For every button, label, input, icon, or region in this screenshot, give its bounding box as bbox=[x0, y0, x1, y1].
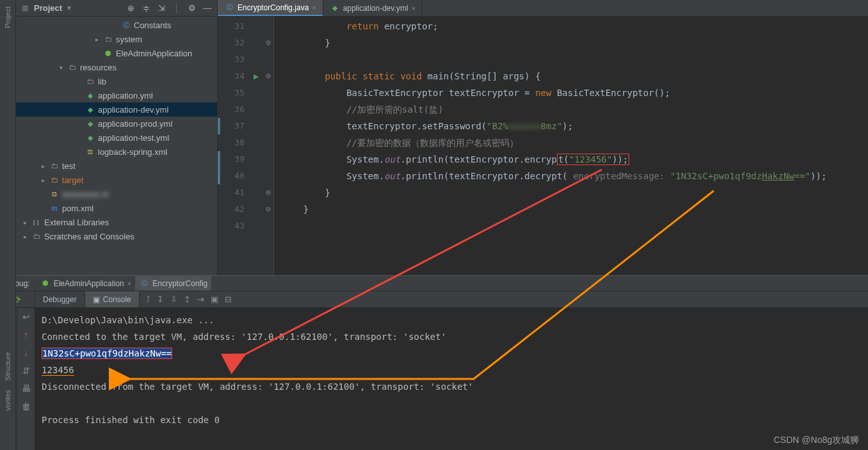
expand-icon[interactable]: ⇲ bbox=[156, 3, 167, 14]
tree-label: application-dev.yml bbox=[98, 105, 168, 115]
spring-icon: ⬢ bbox=[103, 48, 113, 58]
console-line[interactable] bbox=[42, 395, 862, 412]
tree-row[interactable]: ⫿⫿External Libraries bbox=[16, 215, 217, 229]
debug-tool-row: ⟳ Debugger▣Console ⤴ ↧ ⇩ ↥ ⇥ ▣ ⊟ bbox=[0, 291, 868, 308]
tree-row[interactable]: ⒸConstants bbox=[16, 18, 217, 32]
print-icon[interactable]: 🖶 bbox=[22, 383, 31, 394]
close-icon[interactable]: × bbox=[312, 4, 316, 12]
down-stack-icon[interactable]: ↓ bbox=[24, 348, 28, 358]
tree-arrow-icon[interactable] bbox=[39, 163, 47, 170]
code-line[interactable]: public static void main(String[] args) { bbox=[282, 68, 868, 84]
console-line[interactable]: 123456 bbox=[42, 362, 862, 378]
code-line[interactable]: return encryptor; bbox=[282, 18, 868, 35]
step-out-icon[interactable]: ↥ bbox=[184, 294, 191, 304]
tree-row[interactable]: 🗀target bbox=[16, 173, 217, 187]
code-line[interactable]: System.out.println(textEncryptor.decrypt… bbox=[282, 168, 868, 184]
folder-orange-icon: 🗀 bbox=[49, 175, 60, 185]
editor-tab[interactable]: ⒸEncryptorConfig.java× bbox=[218, 0, 323, 16]
tree-row[interactable]: 🗀lib bbox=[16, 74, 217, 88]
tree-arrow-icon[interactable] bbox=[93, 36, 100, 43]
tree-row[interactable]: 🗀system bbox=[16, 32, 217, 46]
tree-row[interactable]: 🗀resources bbox=[16, 60, 217, 74]
close-icon[interactable]: × bbox=[127, 280, 131, 287]
tree-row[interactable]: mpom.xml bbox=[16, 201, 217, 215]
tree-arrow-icon[interactable] bbox=[57, 64, 65, 71]
code-line[interactable]: BasicTextEncryptor textEncryptor = new B… bbox=[282, 84, 868, 101]
debugger-tabs[interactable]: Debugger▣Console bbox=[35, 291, 140, 307]
code-line[interactable]: //要加密的数据（数据库的用户名或密码） bbox=[282, 134, 868, 151]
tree-row[interactable]: ⬢EleAdminApplication bbox=[16, 46, 217, 60]
sidebar-title[interactable]: Project bbox=[34, 3, 62, 13]
editor-tab[interactable]: ◆application-dev.yml× bbox=[323, 0, 422, 16]
step-over-icon[interactable]: ⤴ bbox=[146, 294, 150, 304]
code-editor[interactable]: 31323334353637383940414243 ▶ ⊖ ⊖ ⊖⊖ retu… bbox=[218, 17, 868, 275]
scroll-end-icon[interactable]: ⇵ bbox=[22, 366, 30, 376]
console-line[interactable]: 1N32sC+pwo1qf9dzHakzNw== bbox=[42, 345, 862, 362]
editor-tabs[interactable]: ⒸEncryptorConfig.java×◆application-dev.y… bbox=[218, 0, 868, 17]
tree-label: application.yml bbox=[98, 91, 153, 100]
tree-row[interactable]: ⧉logback-spring.xml bbox=[16, 145, 217, 159]
run-gutter[interactable]: ▶ bbox=[250, 17, 262, 275]
gear-icon[interactable]: ⚙ bbox=[186, 3, 198, 14]
run-config-label: EncryptorConfig bbox=[152, 279, 207, 288]
close-icon[interactable]: × bbox=[412, 4, 415, 12]
tree-row[interactable]: ◆application.yml bbox=[16, 88, 217, 102]
code-line[interactable] bbox=[282, 51, 868, 68]
editor-area: ⒸEncryptorConfig.java×◆application-dev.y… bbox=[218, 0, 868, 275]
structure-tool-label[interactable]: Structure bbox=[4, 352, 12, 381]
class-icon: Ⓒ bbox=[224, 3, 234, 13]
tree-row[interactable]: 🗀test bbox=[16, 159, 217, 173]
code-line[interactable]: } bbox=[282, 184, 868, 201]
tree-row[interactable]: 🗀Scratches and Consoles bbox=[16, 229, 217, 243]
tree-arrow-icon[interactable] bbox=[39, 177, 47, 184]
tree-arrow-icon[interactable] bbox=[21, 219, 29, 226]
tree-row[interactable]: ◆application-test.yml bbox=[16, 131, 217, 145]
tree-label: logback-spring.xml bbox=[98, 147, 167, 157]
console-line[interactable]: Process finished with exit code 0 bbox=[42, 412, 862, 428]
debug-tab-console[interactable]: ▣Console bbox=[85, 291, 140, 307]
code-line[interactable]: //加密所需的salt(盐) bbox=[282, 101, 868, 118]
project-tree[interactable]: ⒸConstants🗀system⬢EleAdminApplication🗀re… bbox=[16, 17, 217, 275]
tree-label: External Libraries bbox=[44, 218, 109, 227]
tree-row[interactable]: ◆application-dev.yml bbox=[16, 102, 217, 117]
tree-arrow-icon[interactable] bbox=[21, 233, 29, 240]
code-line[interactable]: System.out.println(textEncryptor.encrypt… bbox=[282, 151, 868, 168]
tree-row[interactable]: ⧉xxxxxxxxx.nl bbox=[16, 187, 217, 201]
console-line[interactable]: D:\Develop\Java\bin\java.exe ... bbox=[42, 312, 862, 328]
clear-icon[interactable]: 🗑 bbox=[22, 401, 31, 412]
chevron-down-icon[interactable]: ▼ bbox=[66, 4, 72, 12]
run-to-cursor-icon[interactable]: ⇥ bbox=[197, 294, 204, 304]
debug-step-toolbar: ⤴ ↧ ⇩ ↥ ⇥ ▣ ⊟ bbox=[140, 294, 238, 304]
force-step-icon[interactable]: ⇩ bbox=[170, 294, 177, 304]
minimize-icon[interactable]: — bbox=[202, 3, 213, 14]
project-sidebar: ▥ Project ▼ ⊕ ≑ ⇲ │ ⚙ — ⒸConstants🗀syste… bbox=[16, 0, 218, 275]
folder-icon: 🗀 bbox=[103, 34, 113, 44]
debug-tab-debugger[interactable]: Debugger bbox=[35, 291, 85, 307]
soft-wrap-icon[interactable]: ↩ bbox=[22, 312, 30, 322]
eval-icon[interactable]: ⊟ bbox=[225, 294, 232, 304]
code-line[interactable]: textEncryptor.setPassword("B2%xxxxxx8mz"… bbox=[282, 118, 868, 134]
collapse-icon[interactable]: ≑ bbox=[140, 3, 152, 14]
favorites-tool-label[interactable]: vorites bbox=[4, 390, 12, 410]
code-line[interactable] bbox=[282, 218, 868, 234]
up-stack-icon[interactable]: ↑ bbox=[24, 330, 28, 340]
run-config-tab[interactable]: ⒸEncryptorConfig bbox=[135, 276, 211, 291]
console-area: 🔧 ▷ ❚❚ ■ ● ⊘ ↩ ↑ ↓ ⇵ 🖶 🗑 D:\Develop\Java… bbox=[0, 308, 868, 450]
step-into-icon[interactable]: ↧ bbox=[157, 294, 164, 304]
console-line[interactable]: Disconnected from the target VM, address… bbox=[42, 378, 862, 395]
drop-frame-icon[interactable]: ▣ bbox=[211, 294, 218, 304]
locate-icon[interactable]: ⊕ bbox=[125, 3, 136, 14]
folder-icon: 🗀 bbox=[67, 62, 77, 72]
code-line[interactable]: } bbox=[282, 35, 868, 51]
run-config-label: EleAdminApplication bbox=[54, 279, 124, 288]
code-line[interactable]: } bbox=[282, 201, 868, 218]
console-line[interactable]: Connected to the target VM, address: '12… bbox=[42, 328, 862, 345]
run-config-tab[interactable]: ⬢EleAdminApplication× bbox=[36, 276, 136, 291]
project-tool-label[interactable]: Project bbox=[4, 6, 12, 28]
change-marker bbox=[218, 151, 220, 168]
console-output[interactable]: D:\Develop\Java\bin\java.exe ...Connecte… bbox=[35, 308, 868, 450]
divider-icon: │ bbox=[171, 3, 182, 14]
fold-gutter[interactable]: ⊖ ⊖ ⊖⊖ bbox=[262, 17, 274, 275]
code-content[interactable]: return encryptor; } public static void m… bbox=[274, 17, 868, 275]
tree-row[interactable]: ◆application-prod.yml bbox=[16, 117, 217, 131]
